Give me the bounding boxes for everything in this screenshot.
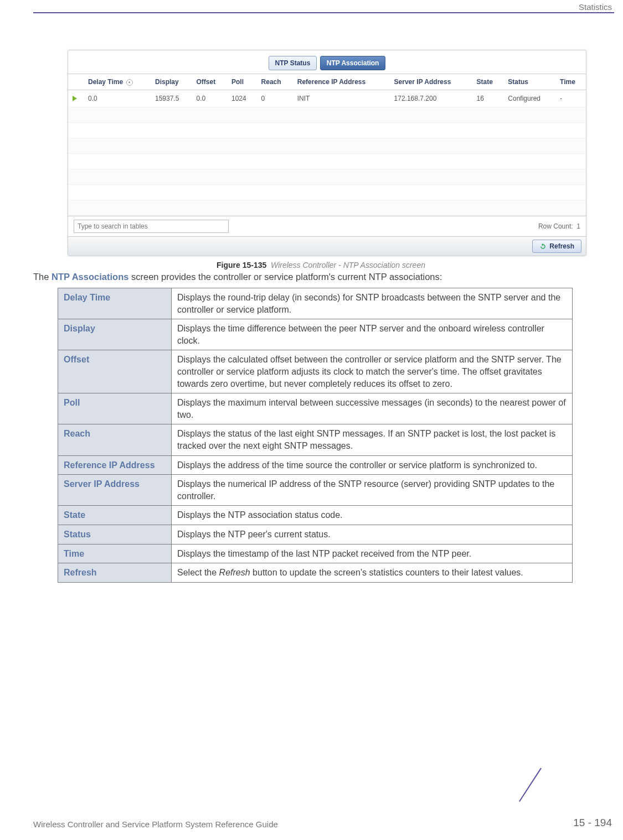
cell-offset: 0.0 [192,90,227,107]
definition-description: Displays the time difference between the… [172,319,573,350]
definition-description: Displays the calculated offset between t… [172,350,573,393]
row-count-label: Row Count: 1 [538,222,580,230]
cell-display: 15937.5 [151,90,192,107]
definition-row: Reference IP AddressDisplays the address… [58,455,573,475]
cell-status: Configured [503,90,555,107]
cell-refip: INIT [293,90,390,107]
definition-term: Display [58,319,172,350]
definition-description: Displays the status of the last eight SN… [172,424,573,455]
definition-row: StateDisplays the NTP association status… [58,506,573,525]
definition-term: Refresh [58,563,172,583]
figure-caption: Figure 15-135 Wireless Controller - NTP … [33,261,609,269]
definition-term: Offset [58,350,172,393]
definition-row: PollDisplays the maximum interval betwee… [58,393,573,424]
col-status[interactable]: Status [503,74,555,90]
page-header-section: Statistics [579,2,612,12]
page-number: 15 - 194 [573,817,612,829]
definition-description: Displays the address of the time source … [172,455,573,475]
definition-description: Displays the numerical IP address of the… [172,475,573,506]
definition-row: RefreshSelect the Refresh button to upda… [58,563,573,583]
definition-term: State [58,506,172,525]
col-time[interactable]: Time [555,74,586,90]
definition-description: Displays the NTP association status code… [172,506,573,525]
definition-description: Displays the timestamp of the last NTP p… [172,544,573,563]
cell-reach: 0 [257,90,293,107]
definition-term: Status [58,525,172,544]
page-top-rule [33,12,614,13]
field-definition-table: Delay TimeDisplays the round-trip delay … [58,288,573,583]
definition-row: OffsetDisplays the calculated offset bet… [58,350,573,393]
table-row[interactable]: 0.0 15937.5 0.0 1024 0 INIT 172.168.7.20… [68,90,586,107]
col-delay-time[interactable]: Delay Time • [84,74,151,90]
col-poll[interactable]: Poll [227,74,257,90]
definition-row: Server IP AddressDisplays the numerical … [58,475,573,506]
definition-row: ReachDisplays the status of the last eig… [58,424,573,455]
definition-term: Delay Time [58,288,172,319]
definition-description: Displays the round-trip delay (in second… [172,288,573,319]
definition-description: Displays the maximum interval between su… [172,393,573,424]
cell-time: - [555,90,586,107]
cell-poll: 1024 [227,90,257,107]
definition-term: Reference IP Address [58,455,172,475]
cell-delay: 0.0 [84,90,151,107]
definition-row: Delay TimeDisplays the round-trip delay … [58,288,573,319]
col-display[interactable]: Display [151,74,192,90]
definition-term: Poll [58,393,172,424]
ntp-screenshot-panel: NTP Status NTP Association Delay Time • … [68,50,586,256]
refresh-icon [539,243,547,250]
definition-row: TimeDisplays the timestamp of the last N… [58,544,573,563]
footer-guide-title: Wireless Controller and Service Platform… [33,820,278,829]
col-state[interactable]: State [472,74,503,90]
footer-slash-icon [527,803,571,829]
tab-ntp-status[interactable]: NTP Status [269,56,317,70]
col-offset[interactable]: Offset [192,74,227,90]
definition-term: Reach [58,424,172,455]
tab-ntp-association[interactable]: NTP Association [320,56,386,70]
col-reach[interactable]: Reach [257,74,293,90]
definition-description: Displays the NTP peer's current status. [172,525,573,544]
table-search-input[interactable] [74,220,229,233]
definition-term: Time [58,544,172,563]
cell-state: 16 [472,90,503,107]
cell-serverip: 172.168.7.200 [390,90,472,107]
row-indicator-icon [73,96,77,101]
refresh-button[interactable]: Refresh [532,240,581,253]
definition-term: Server IP Address [58,475,172,506]
definition-row: DisplayDisplays the time difference betw… [58,319,573,350]
col-refip[interactable]: Reference IP Address [293,74,390,90]
sort-indicator-icon: • [126,79,133,86]
col-serverip[interactable]: Server IP Address [390,74,472,90]
definition-description: Select the Refresh button to update the … [172,563,573,583]
intro-sentence: The NTP Associations screen provides the… [33,272,609,282]
ntp-association-table: Delay Time • Display Offset Poll Reach R… [68,74,586,216]
definition-row: StatusDisplays the NTP peer's current st… [58,525,573,544]
